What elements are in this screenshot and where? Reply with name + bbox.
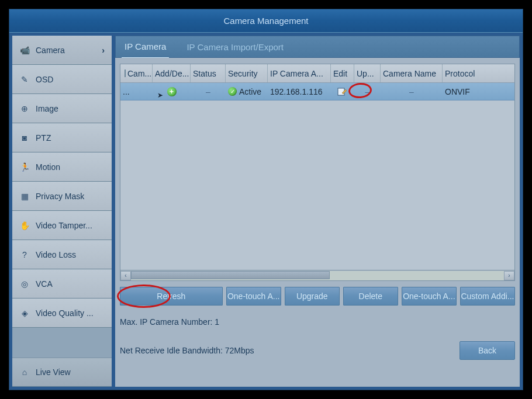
- th-camera[interactable]: Cam...: [120, 64, 153, 82]
- sidebar-item-label: PTZ: [36, 133, 51, 143]
- cell-ip-address: 192.168.1.116: [268, 83, 331, 100]
- cell-upgrade: –: [354, 83, 381, 100]
- sidebar-spacer: [12, 328, 112, 358]
- custom-adding-button[interactable]: Custom Addi...: [460, 287, 515, 306]
- window-title: Camera Management: [223, 16, 308, 26]
- cell-camera: ...: [120, 83, 153, 100]
- th-security[interactable]: Security: [226, 64, 268, 82]
- th-status[interactable]: Status: [191, 64, 226, 82]
- sidebar-item-camera[interactable]: 📹 Camera ›: [12, 36, 112, 65]
- privacy-mask-icon: ▦: [19, 191, 30, 202]
- th-add-delete[interactable]: Add/De...: [153, 64, 191, 82]
- sidebar-item-label: Image: [36, 104, 58, 113]
- sidebar-item-privacy-mask[interactable]: ▦ Privacy Mask: [12, 182, 112, 211]
- sidebar-item-video-loss[interactable]: ? Video Loss: [12, 240, 112, 269]
- th-ip-address[interactable]: IP Camera A...: [268, 64, 331, 82]
- bandwidth-label: Net Receive Idle Bandwidth: 72Mbps: [120, 346, 460, 355]
- th-protocol[interactable]: Protocol: [443, 64, 514, 82]
- scroll-left-button[interactable]: ‹: [120, 271, 131, 280]
- camera-icon: 📹: [19, 45, 30, 55]
- delete-button[interactable]: Delete: [343, 287, 398, 306]
- camera-table: Cam... Add/De... Status Security IP Came…: [120, 64, 515, 270]
- one-touch-add-button[interactable]: One-touch A...: [226, 287, 281, 306]
- max-camera-label: Max. IP Camera Number: 1: [120, 317, 515, 327]
- th-camera-name[interactable]: Camera Name: [381, 64, 443, 82]
- cursor-pointer-icon: ➤: [157, 91, 163, 99]
- sidebar-item-label: Camera: [36, 46, 65, 55]
- osd-icon: ✎: [19, 74, 30, 85]
- app-window: Camera Management 📹 Camera › ✎ OSD ⊕ Ima…: [9, 9, 523, 390]
- tab-ip-camera[interactable]: IP Camera: [122, 36, 169, 58]
- chevron-right-icon: ›: [102, 46, 105, 55]
- content-area: 📹 Camera › ✎ OSD ⊕ Image ◙ PTZ 🏃 Motion: [9, 33, 523, 390]
- cell-status: –: [191, 83, 226, 100]
- tab-import-export[interactable]: IP Camera Import/Export: [184, 36, 286, 58]
- title-bar: Camera Management: [9, 9, 523, 33]
- sidebar-item-motion[interactable]: 🏃 Motion: [12, 152, 112, 182]
- sidebar: 📹 Camera › ✎ OSD ⊕ Image ◙ PTZ 🏃 Motion: [12, 36, 112, 387]
- select-all-checkbox[interactable]: [125, 70, 126, 77]
- cell-protocol: ONVIF: [443, 83, 514, 100]
- refresh-button[interactable]: Refresh: [120, 287, 223, 306]
- video-loss-icon: ?: [19, 249, 30, 260]
- sidebar-item-label: OSD: [36, 75, 53, 84]
- cell-add[interactable]: + ➤: [153, 83, 191, 100]
- content-body: Cam... Add/De... Status Security IP Came…: [115, 58, 520, 387]
- video-quality-icon: ◈: [19, 308, 30, 318]
- sidebar-item-vca[interactable]: ◎ VCA: [12, 269, 112, 299]
- back-button[interactable]: Back: [460, 341, 515, 360]
- sidebar-item-label: Video Quality ...: [36, 308, 94, 318]
- sidebar-item-image[interactable]: ⊕ Image: [12, 94, 112, 123]
- add-icon[interactable]: +: [167, 87, 177, 96]
- vca-icon: ◎: [19, 279, 30, 289]
- table-row[interactable]: ... + ➤ – ✓ Active 192.168.1.116: [120, 83, 514, 100]
- table-header: Cam... Add/De... Status Security IP Came…: [120, 64, 514, 83]
- scroll-track[interactable]: [131, 271, 504, 280]
- sidebar-item-osd[interactable]: ✎ OSD: [12, 65, 112, 94]
- sidebar-item-label: Video Tamper...: [36, 221, 92, 230]
- cell-edit[interactable]: [331, 83, 354, 100]
- horizontal-scrollbar[interactable]: ‹ ›: [120, 270, 515, 281]
- table-body: ... + ➤ – ✓ Active 192.168.1.116: [120, 83, 514, 270]
- motion-icon: 🏃: [19, 162, 30, 172]
- scroll-right-button[interactable]: ›: [504, 271, 514, 280]
- th-upgrade[interactable]: Up...: [354, 64, 381, 82]
- sidebar-item-label: Privacy Mask: [36, 192, 84, 201]
- sidebar-item-label: VCA: [36, 279, 53, 289]
- sidebar-item-video-quality[interactable]: ◈ Video Quality ...: [12, 299, 112, 328]
- video-tamper-icon: ✋: [19, 220, 30, 231]
- sidebar-item-label: Motion: [36, 162, 60, 172]
- home-icon: ⌂: [19, 367, 30, 377]
- sidebar-item-live-view[interactable]: ⌂ Live View: [12, 358, 112, 387]
- image-icon: ⊕: [19, 103, 30, 114]
- tab-bar: IP Camera IP Camera Import/Export: [115, 36, 520, 58]
- th-edit[interactable]: Edit: [331, 64, 354, 82]
- sidebar-item-video-tamper[interactable]: ✋ Video Tamper...: [12, 211, 112, 240]
- cell-camera-name: –: [381, 83, 443, 100]
- info-section: Max. IP Camera Number: 1 Net Receive Idl…: [120, 317, 515, 360]
- cell-security: ✓ Active: [226, 83, 268, 100]
- sidebar-item-label: Live View: [36, 367, 71, 377]
- sidebar-item-label: Video Loss: [36, 250, 76, 259]
- one-touch-activate-button[interactable]: One-touch A...: [402, 287, 457, 306]
- scroll-thumb[interactable]: [131, 271, 330, 279]
- ptz-icon: ◙: [19, 133, 30, 143]
- check-icon: ✓: [228, 87, 237, 96]
- sidebar-item-ptz[interactable]: ◙ PTZ: [12, 123, 112, 152]
- button-row: Refresh One-touch A... Upgrade Delete On…: [120, 287, 515, 306]
- edit-icon[interactable]: [337, 87, 348, 96]
- main-panel: IP Camera IP Camera Import/Export Cam...…: [115, 36, 520, 387]
- upgrade-button[interactable]: Upgrade: [285, 287, 340, 306]
